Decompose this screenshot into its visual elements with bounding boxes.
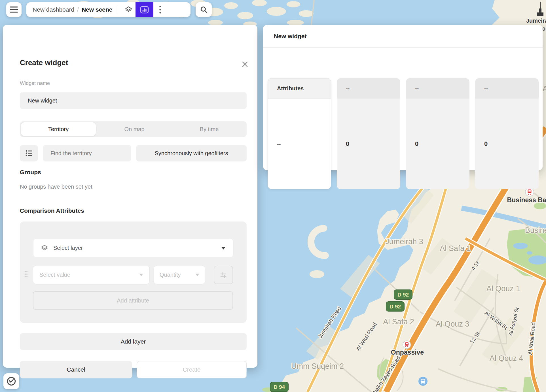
sync-geofilters-button[interactable]: Synchronously with geofilters xyxy=(136,145,247,161)
svg-text:D 94: D 94 xyxy=(274,384,285,390)
create-widget-modal: Create widget Widget name Territory On m… xyxy=(3,25,257,368)
widget-name-input[interactable] xyxy=(20,92,247,109)
modal-title: Create widget xyxy=(20,58,68,67)
comparison-attributes-card: Select layer Select value Quantity xyxy=(20,221,247,323)
svg-text:Onpassive: Onpassive xyxy=(391,349,424,356)
bus-stop-icon[interactable] xyxy=(418,377,428,386)
drag-handle-icon[interactable] xyxy=(24,270,28,278)
breadcrumb-separator: / xyxy=(77,6,79,13)
tab-territory[interactable]: Territory xyxy=(21,122,96,136)
add-layer-button[interactable]: Add layer xyxy=(20,333,247,350)
comparison-attributes-title: Comparison Attributes xyxy=(20,207,84,214)
create-button[interactable]: Create xyxy=(137,361,247,378)
widget-panel-header: New widget xyxy=(263,25,543,48)
widget-name-label: Widget name xyxy=(20,80,50,86)
breadcrumb: New dashboard / New scene xyxy=(26,2,191,17)
svg-text:D 92: D 92 xyxy=(397,292,409,298)
chevron-down-icon xyxy=(221,247,226,250)
svg-text:Al Safa 2: Al Safa 2 xyxy=(383,318,414,326)
clock-icon xyxy=(6,376,16,386)
svg-text:D 92: D 92 xyxy=(390,304,401,310)
tab-on-map[interactable]: On map xyxy=(97,121,172,137)
widget-column-header: -- xyxy=(337,78,400,99)
chart-widget-button[interactable] xyxy=(136,2,153,17)
tab-by-time[interactable]: By time xyxy=(172,121,247,137)
sliders-icon xyxy=(220,271,227,279)
widget-value-column: -- 0 xyxy=(475,78,539,189)
svg-text:Al Safa 1: Al Safa 1 xyxy=(440,244,471,253)
cancel-button[interactable]: Cancel xyxy=(20,361,132,378)
select-layer-placeholder: Select layer xyxy=(53,245,83,251)
attributes-column[interactable]: Attributes -- xyxy=(268,78,331,189)
new-widget-panel: New widget Attributes -- -- 0 -- 0 -- 0 xyxy=(263,25,543,170)
time-history-button[interactable] xyxy=(3,373,19,389)
widget-column-value: 0 xyxy=(406,99,469,189)
svg-text:Jumeirah 3: Jumeirah 3 xyxy=(385,237,423,246)
hamburger-menu-button[interactable] xyxy=(6,2,22,17)
groups-empty-text: No groups have been set yet xyxy=(20,184,92,190)
layer-select-icon xyxy=(41,244,48,252)
add-attribute-button[interactable]: Add attribute xyxy=(33,291,233,310)
widget-value-column: -- 0 xyxy=(406,78,469,189)
svg-text:Al Qouz 4: Al Qouz 4 xyxy=(490,354,523,363)
search-button[interactable] xyxy=(196,2,212,17)
territory-search-input[interactable] xyxy=(43,145,128,161)
svg-text:Jumeira: Jumeira xyxy=(526,18,546,24)
select-layer-dropdown[interactable]: Select layer xyxy=(33,239,233,257)
chevron-down-icon xyxy=(195,274,199,276)
widget-column-header: -- xyxy=(475,78,539,99)
select-value-placeholder: Select value xyxy=(39,272,70,278)
layers-button[interactable] xyxy=(122,2,136,17)
list-icon xyxy=(25,150,33,157)
close-button[interactable] xyxy=(239,58,251,71)
road-shield-d94: D 94 xyxy=(270,382,288,392)
quantity-placeholder: Quantity xyxy=(160,272,181,278)
svg-text:Umm Suqeim 2: Umm Suqeim 2 xyxy=(291,362,344,370)
widget-column-value: 0 xyxy=(475,99,539,189)
attribute-settings-button[interactable] xyxy=(214,266,233,284)
widget-panel-title: New widget xyxy=(274,33,307,40)
map-islet xyxy=(310,270,324,278)
svg-text:Business Bay: Business Bay xyxy=(507,196,546,204)
breadcrumb-dashboard[interactable]: New dashboard xyxy=(33,6,74,13)
svg-text:Al Qouz 3: Al Qouz 3 xyxy=(436,320,469,328)
road-shield-d92-a: D 92 xyxy=(394,290,412,299)
chevron-down-icon xyxy=(139,274,143,276)
hamburger-icon xyxy=(10,7,18,13)
widget-value-column: -- 0 xyxy=(337,78,400,189)
road-shield-d92-b: D 92 xyxy=(386,302,404,311)
select-value-dropdown[interactable]: Select value xyxy=(33,266,150,284)
bar-chart-icon xyxy=(140,6,149,14)
svg-text:A: A xyxy=(543,84,546,93)
close-icon xyxy=(242,61,248,68)
groups-title: Groups xyxy=(20,169,41,176)
app-root: D 92 D 92 D 94 xyxy=(0,0,546,392)
kebab-menu-button[interactable] xyxy=(153,2,167,17)
svg-text:Busine: Busine xyxy=(525,226,546,235)
quantity-dropdown[interactable]: Quantity xyxy=(154,266,205,284)
widget-column-value: 0 xyxy=(337,99,400,189)
territory-list-button[interactable] xyxy=(20,145,38,161)
widget-type-tabs: Territory On map By time xyxy=(20,121,247,137)
breadcrumb-scene[interactable]: New scene xyxy=(82,6,113,13)
kebab-icon xyxy=(159,6,161,14)
attributes-column-header: Attributes xyxy=(268,78,331,99)
breadcrumb-divider xyxy=(118,5,118,14)
search-icon xyxy=(200,6,208,13)
layers-icon xyxy=(125,6,132,13)
svg-text:Al Qouz 1: Al Qouz 1 xyxy=(486,284,520,293)
widget-column-header: -- xyxy=(406,78,469,99)
attributes-column-value: -- xyxy=(268,99,331,189)
